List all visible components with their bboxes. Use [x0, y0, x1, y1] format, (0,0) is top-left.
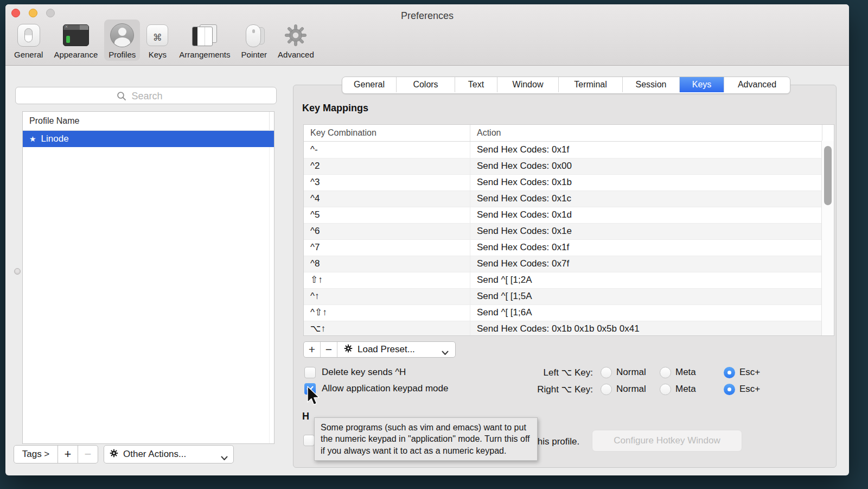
profile-list-header[interactable]: Profile Name	[23, 112, 274, 131]
pointer-mouse-icon	[241, 22, 266, 48]
key-mapping-row[interactable]: ^4Send Hex Codes: 0x1c	[304, 190, 834, 207]
radio-icon	[660, 367, 671, 378]
configure-hotkey-window-button[interactable]: Configure Hotkey Window	[592, 430, 742, 452]
tab-advanced[interactable]: Advanced	[724, 77, 790, 92]
key-mapping-row[interactable]: ^3Send Hex Codes: 0x1b	[304, 174, 834, 190]
scrollbar-thumb[interactable]	[824, 146, 832, 205]
obscured-section-heading: H	[302, 411, 309, 422]
key-combination-cell: ^↑	[304, 288, 470, 304]
key-mapping-row[interactable]: ^5Send Hex Codes: 0x1d	[304, 207, 834, 223]
tab-keys[interactable]: Keys	[680, 77, 724, 92]
profile-row-linode[interactable]: ★ Linode	[23, 131, 274, 147]
remove-profile-button[interactable]: −	[78, 445, 98, 463]
tab-session[interactable]: Session	[623, 77, 680, 92]
key-combination-cell: ^-	[304, 142, 470, 158]
toolbar-item-keys[interactable]: ⌘ Keys	[142, 20, 173, 61]
gear-icon	[110, 449, 118, 460]
radio-selected-icon	[724, 384, 735, 395]
key-combination-cell: ^2	[304, 158, 470, 174]
add-profile-button[interactable]: +	[58, 445, 78, 463]
radio-selected-icon	[724, 367, 735, 378]
table-header: Key Combination Action	[304, 125, 834, 142]
profile-search-field[interactable]	[15, 87, 277, 104]
tab-colors[interactable]: Colors	[397, 77, 455, 92]
key-combination-cell: ^7	[304, 239, 470, 256]
key-mapping-row[interactable]: ^↑Send ^[ [1;5A	[304, 288, 834, 304]
profile-list: Profile Name ★ Linode	[22, 111, 275, 444]
search-input[interactable]	[16, 87, 278, 105]
chevron-down-icon	[221, 453, 228, 463]
keys-command-icon: ⌘	[146, 22, 168, 48]
vertical-scrollbar[interactable]	[821, 141, 834, 335]
key-mapping-row[interactable]: ^-Send Hex Codes: 0x1f	[304, 142, 834, 158]
toolbar-item-general[interactable]: General	[10, 20, 47, 61]
mouse-cursor-icon	[307, 386, 321, 409]
action-cell: Send Hex Codes: 0x1c	[470, 190, 822, 207]
key-combination-cell: ^⇧↑	[304, 304, 470, 321]
toolbar-item-advanced[interactable]: Advanced	[273, 20, 318, 61]
toolbar-item-pointer[interactable]: Pointer	[237, 20, 272, 61]
toolbar-item-arrangements[interactable]: Arrangements	[175, 20, 234, 61]
tab-terminal[interactable]: Terminal	[559, 77, 623, 92]
left-option-key-label: Left ⌥ Key:	[467, 367, 593, 378]
radio-icon	[660, 384, 671, 395]
left-option-normal-radio[interactable]: Normal	[601, 366, 646, 379]
left-option-esc-radio[interactable]: Esc+	[724, 366, 760, 379]
right-option-normal-radio[interactable]: Normal	[601, 383, 646, 396]
other-actions-dropdown[interactable]: Other Actions...	[104, 445, 234, 463]
load-preset-dropdown[interactable]: Load Preset...	[337, 342, 455, 357]
desktop: { "window": { "title": "Preferences" }, …	[0, 0, 868, 489]
key-mapping-row[interactable]: ^2Send Hex Codes: 0x00	[304, 158, 834, 174]
key-combination-cell: ^6	[304, 223, 470, 239]
application-keypad-checkbox-row: Allow application keypad mode	[304, 382, 448, 395]
arrangements-windows-icon	[192, 22, 217, 48]
left-option-meta-radio[interactable]: Meta	[660, 366, 696, 379]
key-mapping-row[interactable]: ^6Send Hex Codes: 0x1e	[304, 223, 834, 239]
key-mapping-row[interactable]: ^⇧↑Send ^[ [1;6A	[304, 304, 834, 321]
key-combination-header[interactable]: Key Combination	[304, 125, 470, 141]
right-option-esc-radio[interactable]: Esc+	[724, 383, 760, 396]
toolbar-item-profiles[interactable]: Profiles	[104, 20, 140, 61]
key-combination-cell: ^5	[304, 207, 470, 223]
key-mapping-actions: + −	[303, 341, 456, 358]
keypad-mode-tooltip: Some programs (such as vim and emacs) wa…	[314, 417, 538, 461]
tab-text[interactable]: Text	[455, 77, 497, 92]
appearance-terminal-icon: ×	[63, 22, 89, 48]
obscured-checkbox[interactable]	[303, 435, 315, 446]
keys-panel: Key Mappings Key Combination Action ^-Se…	[293, 85, 837, 468]
add-key-mapping-button[interactable]: +	[304, 342, 320, 357]
remove-key-mapping-button[interactable]: −	[320, 342, 337, 357]
key-mapping-row[interactable]: ⇧↑Send ^[ [1;2A	[304, 272, 834, 288]
delete-key-sends-checkbox-row: Delete key sends ^H	[304, 366, 406, 379]
profile-note-text: this profile.	[535, 436, 579, 447]
key-mappings-table: Key Combination Action ^-Send Hex Codes:…	[303, 124, 834, 336]
action-cell: Send Hex Codes: 0x1d	[470, 207, 822, 223]
key-combination-cell: ^3	[304, 174, 470, 190]
action-cell: Send Hex Codes: 0x7f	[470, 256, 822, 272]
action-cell: Send Hex Codes: 0x00	[470, 158, 822, 174]
tab-window[interactable]: Window	[497, 77, 559, 92]
radio-icon	[601, 367, 612, 378]
action-cell: Send ^[ [1;6A	[470, 304, 822, 321]
key-mappings-heading: Key Mappings	[302, 103, 368, 114]
pane-splitter-dot[interactable]	[14, 268, 21, 275]
column-divider	[269, 112, 270, 130]
gear-icon	[344, 344, 353, 355]
delete-key-sends-checkbox[interactable]	[304, 367, 316, 378]
toolbar-item-appearance[interactable]: × Appearance	[49, 20, 102, 61]
action-cell: Send Hex Codes: 0x1b	[470, 174, 822, 190]
radio-icon	[601, 384, 612, 395]
preferences-toolbar: General × Appearance Profiles ⌘ Keys	[10, 20, 318, 61]
tab-general[interactable]: General	[342, 77, 397, 92]
action-cell: Send ^[ [1;2A	[470, 272, 822, 288]
key-combination-cell: ⌥↑	[304, 321, 470, 336]
right-option-meta-radio[interactable]: Meta	[660, 383, 696, 396]
key-mapping-row[interactable]: ^7Send Hex Codes: 0x1f	[304, 239, 834, 256]
action-cell: Send Hex Codes: 0x1e	[470, 223, 822, 239]
action-header[interactable]: Action	[470, 125, 822, 141]
key-mapping-row[interactable]: ⌥↑Send Hex Codes: 0x1b 0x1b 0x5b 0x41	[304, 321, 834, 336]
key-mapping-row[interactable]: ^8Send Hex Codes: 0x7f	[304, 256, 834, 272]
tags-button[interactable]: Tags >	[14, 445, 58, 463]
action-cell: Send Hex Codes: 0x1b 0x1b 0x5b 0x41	[470, 321, 822, 336]
titlebar: Preferences General × Appearance Profile…	[5, 4, 849, 66]
